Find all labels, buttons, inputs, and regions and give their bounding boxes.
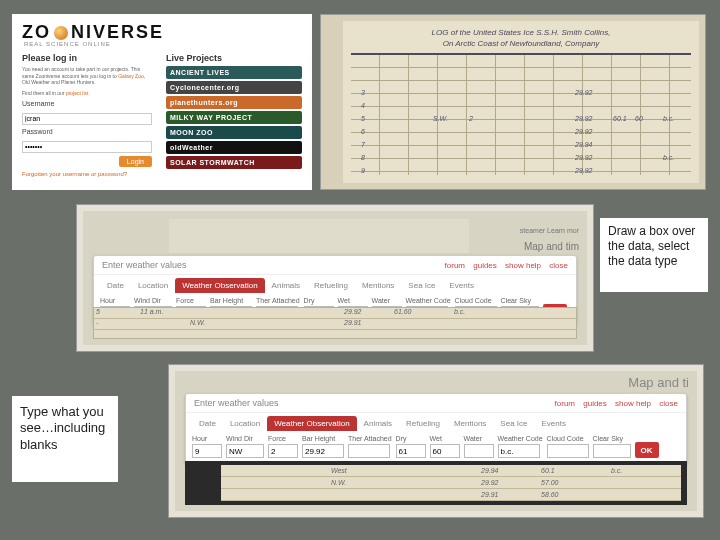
- hour-label: Hour: [100, 297, 130, 304]
- ledger-grid: [351, 53, 691, 175]
- dry-label: Dry: [396, 435, 426, 442]
- therattached-label: Ther Attached: [348, 435, 392, 442]
- cloudcode-label: Cloud Code: [455, 297, 497, 304]
- login-blurb: You need an account to take part in our …: [22, 66, 152, 86]
- force-input[interactable]: [268, 444, 298, 458]
- tab-mentions[interactable]: Mentions: [355, 278, 401, 293]
- barheight-input[interactable]: [302, 444, 344, 458]
- map-time-heading-bot: Map and ti: [628, 375, 689, 390]
- strip-cell: 58.60: [541, 491, 559, 498]
- water-label: Water: [464, 435, 494, 442]
- tab-seaice[interactable]: Sea Ice: [401, 278, 442, 293]
- tab-location[interactable]: Location: [131, 278, 175, 293]
- strip-cell: 60.1: [541, 467, 555, 474]
- forgot-link[interactable]: Forgotten your username or password?: [22, 171, 152, 177]
- strip-cell: 61.60: [394, 308, 412, 315]
- ledger-rownum: 4: [361, 102, 365, 109]
- project-item[interactable]: planethunters.org: [166, 96, 302, 109]
- steamer-text: steamer Learn mor: [520, 227, 579, 234]
- project-item[interactable]: ANCIENT LIVES: [166, 66, 302, 79]
- strip-cell: b.c.: [454, 308, 465, 315]
- strip-rownum: -: [96, 319, 98, 326]
- logo-pre: ZO: [22, 22, 51, 43]
- ledger-image: LOG of the United States Ice S.S.H. Smit…: [320, 14, 706, 190]
- project-item[interactable]: MILKY WAY PROJECT: [166, 111, 302, 124]
- logo-dot-icon: [54, 26, 68, 40]
- logo-post: NIVERSE: [71, 22, 164, 43]
- login-blurb2: Find them all in our project list: [22, 90, 152, 97]
- mid-ledger-strip: 5 - 11 a.m. N.W. 29.92 29.91 61.60 b.c.: [93, 307, 577, 339]
- weathercode-label: Weather Code: [498, 435, 543, 442]
- middle-screenshot: steamer Learn mor Map and tim Enter weat…: [76, 204, 594, 352]
- ledger-cell: 60: [635, 115, 643, 122]
- username-input[interactable]: [22, 113, 152, 125]
- panel-links: forum guides show help close: [439, 261, 568, 270]
- wet-input[interactable]: [430, 444, 460, 458]
- showhelp-link[interactable]: show help: [615, 399, 651, 408]
- tab-events[interactable]: Events: [534, 416, 572, 431]
- showhelp-link[interactable]: show help: [505, 261, 541, 270]
- tab-date[interactable]: Date: [100, 278, 131, 293]
- ledger-cell: 29.92: [575, 115, 593, 122]
- ledger-rownum: 3: [361, 89, 365, 96]
- password-input[interactable]: [22, 141, 152, 153]
- ledger-rownum: 6: [361, 128, 365, 135]
- strip-cell: b.c.: [611, 467, 622, 474]
- forum-link[interactable]: forum: [445, 261, 465, 270]
- panel-links: forum guides show help close: [549, 399, 678, 408]
- ledger-rownum: 8: [361, 154, 365, 161]
- strip-cell: 29.92: [344, 308, 362, 315]
- project-item[interactable]: Cyclonecenter.org: [166, 81, 302, 94]
- cloudcode-input[interactable]: [547, 444, 589, 458]
- panel-title: Enter weather values: [194, 398, 279, 408]
- category-tabs: Date Location Weather Observation Animal…: [94, 275, 576, 293]
- tab-seaice[interactable]: Sea Ice: [493, 416, 534, 431]
- strip-cell: N.W.: [331, 479, 346, 486]
- ok-button[interactable]: OK: [635, 442, 659, 458]
- weathercode-label: Weather Code: [406, 297, 451, 304]
- force-label: Force: [268, 435, 298, 442]
- clearsky-input[interactable]: [593, 444, 631, 458]
- faded-ledger: [169, 219, 469, 253]
- cloudcode-label: Cloud Code: [547, 435, 589, 442]
- dry-input[interactable]: [396, 444, 426, 458]
- barheight-label: Bar Height: [302, 435, 344, 442]
- guides-link[interactable]: guides: [473, 261, 497, 270]
- therattached-input[interactable]: [348, 444, 390, 458]
- tab-events[interactable]: Events: [442, 278, 480, 293]
- project-item[interactable]: SOLAR STORMWATCH: [166, 156, 302, 169]
- water-input[interactable]: [464, 444, 494, 458]
- strip-cell: 29.92: [481, 479, 499, 486]
- project-item[interactable]: MOON ZOO: [166, 126, 302, 139]
- tab-location[interactable]: Location: [223, 416, 267, 431]
- tab-weather-observation[interactable]: Weather Observation: [175, 278, 264, 293]
- strip-cell: 57.00: [541, 479, 559, 486]
- winddir-input[interactable]: [226, 444, 264, 458]
- weathercode-input[interactable]: [498, 444, 540, 458]
- ledger-cell: 60.1: [613, 115, 627, 122]
- close-link[interactable]: close: [659, 399, 678, 408]
- tab-weather-observation[interactable]: Weather Observation: [267, 416, 356, 431]
- tab-animals[interactable]: Animals: [265, 278, 307, 293]
- tab-mentions[interactable]: Mentions: [447, 416, 493, 431]
- wet-label: Wet: [338, 297, 368, 304]
- ledger-cell: b.c.: [663, 154, 674, 161]
- tab-animals[interactable]: Animals: [357, 416, 399, 431]
- guides-link[interactable]: guides: [583, 399, 607, 408]
- ledger-rownum: 7: [361, 141, 365, 148]
- ledger-cell: 29.92: [575, 154, 593, 161]
- therattached-label: Ther Attached: [256, 297, 300, 304]
- zooniverse-logo: ZO NIVERSE: [22, 22, 302, 43]
- ledger-cell: 29.92: [575, 128, 593, 135]
- hour-input[interactable]: [192, 444, 222, 458]
- clearsky-label: Clear Sky: [501, 297, 539, 304]
- forum-link[interactable]: forum: [555, 399, 575, 408]
- tab-date[interactable]: Date: [192, 416, 223, 431]
- wet-label: Wet: [430, 435, 460, 442]
- close-link[interactable]: close: [549, 261, 568, 270]
- tab-refueling[interactable]: Refueling: [399, 416, 447, 431]
- tab-refueling[interactable]: Refueling: [307, 278, 355, 293]
- login-button[interactable]: Login: [119, 156, 152, 167]
- force-label: Force: [176, 297, 206, 304]
- project-item[interactable]: oldWeather: [166, 141, 302, 154]
